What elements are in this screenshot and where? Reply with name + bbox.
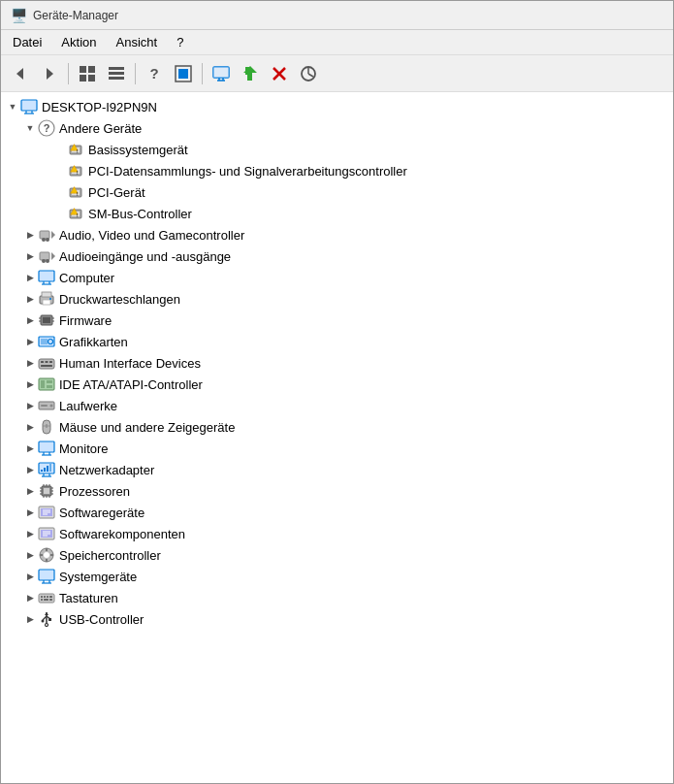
svg-marker-46 [51, 231, 55, 239]
svg-rect-85 [39, 441, 54, 452]
expand-speicher[interactable]: ▶ [22, 547, 38, 563]
expand-system[interactable]: ▶ [22, 569, 38, 584]
expand-tastaturen[interactable]: ▶ [22, 590, 38, 605]
expand-netzwerk[interactable]: ▶ [22, 462, 38, 477]
expand-ide[interactable]: ▶ [22, 376, 38, 392]
expand-grafik[interactable]: ▶ [22, 334, 38, 349]
svg-rect-4 [80, 75, 86, 82]
icon-monitore [38, 440, 55, 457]
forward-button[interactable] [36, 60, 63, 87]
svg-rect-132 [41, 596, 43, 598]
icon-smbus-warning: ! [67, 205, 84, 222]
label-basis: Basissystemgerät [88, 143, 188, 157]
svg-rect-137 [44, 599, 48, 601]
icon-speicher [38, 546, 55, 564]
update-button[interactable] [237, 60, 264, 87]
expand-hid[interactable]: ▶ [22, 355, 38, 371]
label-prozessoren: Prozessoren [59, 484, 130, 499]
tree-item-tastaturen[interactable]: ▶ Tastaturen [1, 587, 673, 608]
svg-point-142 [42, 620, 45, 623]
tree-item-smbus[interactable]: ! SM-Bus-Controller [1, 203, 673, 224]
view2-button[interactable] [103, 60, 130, 87]
expand-laufwerke[interactable]: ▶ [22, 398, 38, 413]
expand-prozessoren[interactable]: ▶ [22, 483, 38, 499]
svg-text:?: ? [44, 122, 50, 134]
tree-item-monitore[interactable]: ▶ Monitore [1, 438, 673, 459]
tree-item-ide[interactable]: ▶ IDE ATA/ATAPI-Controller [1, 374, 673, 395]
tree-item-netzwerk[interactable]: ▶ Netzwerkadapter [1, 459, 673, 480]
svg-rect-77 [47, 380, 52, 383]
svg-rect-123 [46, 548, 48, 551]
icon-system [38, 568, 55, 585]
icon-prozessoren [38, 482, 55, 500]
title-bar-icon: 🖥️ [11, 8, 27, 23]
expand-softgeraete[interactable]: ▶ [22, 505, 38, 520]
remove-button[interactable] [266, 60, 293, 87]
tree-item-speicher[interactable]: ▶ Speichercontroller [1, 544, 673, 566]
title-bar-text: Geräte-Manager [33, 9, 118, 22]
label-netzwerk: Netzwerkadapter [59, 463, 154, 477]
menu-help[interactable]: ? [173, 33, 187, 51]
tree-item-pci-data[interactable]: ! PCI-Datensammlungs- und Signalverarbei… [1, 160, 673, 181]
expand-maeuse[interactable]: ▶ [22, 419, 38, 435]
tree-item-basis[interactable]: ! Basissystemgerät [1, 139, 673, 160]
tree-item-prozessoren[interactable]: ▶ Prozessoren [1, 480, 673, 502]
tree-item-computer[interactable]: ▶ Computer [1, 267, 673, 288]
tree-item-audio-video[interactable]: ▶ Audio, Video und Gamecontroller [1, 224, 673, 245]
label-maeuse: Mäuse und andere Zeigegeräte [59, 420, 235, 435]
expand-firmware[interactable]: ▶ [22, 312, 38, 328]
label-drucker: Druckwarteschlangen [59, 292, 180, 307]
tree-item-hid[interactable]: ▶ Human Interface Devices [1, 352, 673, 374]
tree-item-audio-io[interactable]: ▶ Audioeingänge und -ausgänge [1, 245, 673, 267]
menu-datei[interactable]: Datei [9, 33, 46, 51]
icon-computer [20, 98, 38, 115]
monitor-button[interactable] [208, 60, 235, 87]
expand-usb[interactable]: ▶ [22, 611, 38, 627]
tree-item-maeuse[interactable]: ▶ Mäuse und andere Zeigegeräte [1, 416, 673, 438]
expand-monitore[interactable]: ▶ [22, 441, 38, 456]
help-button[interactable]: ? [141, 60, 168, 87]
no-expand-pci-data [51, 163, 67, 179]
tree-item-laufwerke[interactable]: ▶ Laufwerke [1, 395, 673, 416]
expand-softkomp[interactable]: ▶ [22, 526, 38, 541]
tree-item-firmware[interactable]: ▶ Firmware [1, 310, 673, 331]
svg-rect-126 [50, 554, 53, 556]
expand-audio-io[interactable]: ▶ [22, 248, 38, 264]
tree-item-usb[interactable]: ▶ USB-Controller [1, 608, 673, 630]
tree-item-drucker[interactable]: ▶ Druckwarteschlangen [1, 288, 673, 310]
svg-point-80 [50, 405, 53, 408]
icon-softgeraete [38, 504, 55, 521]
tree-item-softkomp[interactable]: ▶ Softwarekomponenten [1, 523, 673, 544]
label-hid: Human Interface Devices [59, 356, 201, 371]
scan-button[interactable] [295, 60, 322, 87]
expand-root[interactable]: ▼ [5, 99, 20, 114]
svg-point-52 [46, 259, 49, 263]
svg-marker-0 [16, 68, 23, 80]
tree-item-softgeraete[interactable]: ▶ Softwaregeräte [1, 502, 673, 523]
tree-item-root[interactable]: ▼ DESKTOP-I92PN9N [1, 96, 673, 117]
icon-audio-io [38, 247, 55, 265]
back-button[interactable] [7, 60, 34, 87]
tree-item-andere[interactable]: ▼ ? Andere Geräte [1, 117, 673, 139]
label-audio-io: Audioeingänge und -ausgänge [59, 249, 231, 264]
tree-item-grafik[interactable]: ▶ Grafikkarten [1, 331, 673, 352]
expand-drucker[interactable]: ▶ [22, 291, 38, 307]
icon-audio-video [38, 226, 55, 244]
tree-area[interactable]: ▼ DESKTOP-I92PN9N ▼ ? Andere Geräte [1, 92, 673, 784]
expand-andere[interactable]: ▼ [22, 120, 38, 136]
svg-point-60 [49, 298, 51, 300]
view1-button[interactable] [74, 60, 101, 87]
label-grafik: Grafikkarten [59, 335, 128, 349]
menu-ansicht[interactable]: Ansicht [112, 33, 162, 51]
menu-aktion[interactable]: Aktion [57, 33, 100, 51]
expand-computer[interactable]: ▶ [22, 270, 38, 285]
tree-item-system[interactable]: ▶ Systemgeräte [1, 566, 673, 587]
icon-basis-warning: ! [67, 141, 84, 158]
svg-rect-68 [41, 339, 48, 344]
tree-item-pci-geraet[interactable]: ! PCI-Gerät [1, 181, 673, 203]
svg-rect-72 [46, 361, 48, 363]
view3-button[interactable] [170, 60, 197, 87]
expand-audio-video[interactable]: ▶ [22, 227, 38, 243]
label-speicher: Speichercontroller [59, 548, 161, 563]
svg-rect-53 [39, 271, 54, 281]
